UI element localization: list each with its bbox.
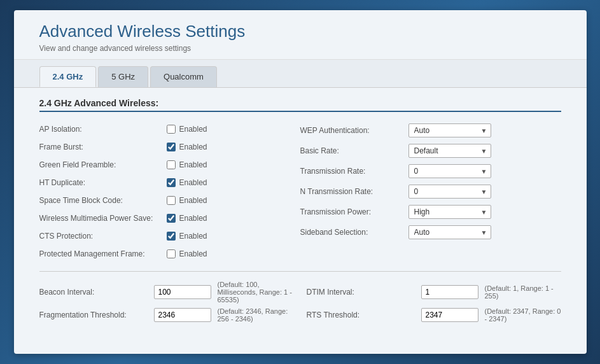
sideband-select-wrapper: Auto Upper Lower ▼	[408, 225, 491, 239]
dtim-interval-hint: (Default: 1, Range: 1 - 255)	[485, 284, 561, 300]
dtim-interval-label: DTIM Interval:	[307, 288, 415, 297]
right-column: WEP Authentication: Auto Open System Sha…	[300, 121, 561, 262]
tx-power-label: Transmission Power:	[300, 207, 408, 216]
cts-checkbox-wrapper: Enabled	[167, 232, 207, 241]
beacon-interval-hint: (Default: 100, Milliseconds, Range: 1 - …	[218, 281, 294, 304]
ht-duplicate-checkbox[interactable]	[167, 178, 176, 187]
n-tx-rate-label: N Transmission Rate:	[300, 187, 408, 196]
field-stbc: Space Time Block Code: Enabled	[39, 192, 300, 209]
ap-isolation-checkbox-wrapper: Enabled	[167, 125, 207, 134]
sideband-label: Sideband Selection:	[300, 228, 408, 237]
n-tx-rate-select-wrapper: 0 1 2 ▼	[408, 185, 491, 199]
ap-isolation-enabled: Enabled	[179, 125, 207, 134]
tx-rate-select-wrapper: 0 1 2 ▼	[408, 164, 491, 178]
field-wmps: Wireless Multimedia Power Save: Enabled	[39, 210, 300, 227]
pmf-enabled: Enabled	[179, 249, 207, 258]
basic-rate-label: Basic Rate:	[300, 146, 408, 155]
tab-qualcomm[interactable]: Qualcomm	[150, 66, 217, 87]
green-field-checkbox-wrapper: Enabled	[167, 160, 207, 169]
beacon-interval-row: Beacon Interval: (Default: 100, Millisec…	[39, 281, 294, 304]
pmf-checkbox[interactable]	[167, 249, 176, 258]
frame-burst-enabled: Enabled	[179, 143, 207, 151]
tx-power-select-wrapper: High Medium Low ▼	[408, 205, 491, 219]
beacon-interval-label: Beacon Interval:	[39, 288, 148, 297]
left-column: AP Isolation: Enabled Frame Burst: Enabl…	[39, 121, 300, 262]
settings-grid: AP Isolation: Enabled Frame Burst: Enabl…	[39, 121, 561, 262]
field-green-field: Green Field Preamble: Enabled	[39, 157, 300, 173]
wep-auth-select-wrapper: Auto Open System Shared Key ▼	[408, 123, 491, 137]
green-field-label: Green Field Preamble:	[39, 160, 167, 169]
wmps-label: Wireless Multimedia Power Save:	[39, 214, 167, 223]
green-field-checkbox[interactable]	[167, 160, 176, 169]
cts-enabled: Enabled	[179, 232, 207, 241]
field-tx-power: Transmission Power: High Medium Low ▼	[300, 202, 561, 221]
page-title: Advanced Wireless Settings	[39, 22, 561, 41]
ht-duplicate-checkbox-wrapper: Enabled	[167, 178, 207, 187]
basic-rate-select[interactable]: Default 1-2 Mbps All	[408, 144, 491, 158]
page-subtitle: View and change advanced wireless settin…	[39, 44, 561, 53]
field-ht-duplicate: HT Duplicate: Enabled	[39, 174, 300, 191]
n-tx-rate-select[interactable]: 0 1 2	[408, 185, 491, 199]
stbc-checkbox-wrapper: Enabled	[167, 196, 207, 205]
tab-2-4ghz[interactable]: 2.4 GHz	[39, 66, 97, 87]
tab-bar: 2.4 GHz 5 GHz Qualcomm	[14, 60, 587, 88]
stbc-enabled: Enabled	[179, 196, 207, 205]
stbc-label: Space Time Block Code:	[39, 196, 167, 205]
field-tx-rate: Transmission Rate: 0 1 2 ▼	[300, 162, 561, 181]
beacon-interval-input[interactable]	[154, 285, 211, 299]
ht-duplicate-enabled: Enabled	[179, 178, 207, 187]
rts-threshold-label: RTS Threshold:	[307, 311, 415, 319]
basic-rate-select-wrapper: Default 1-2 Mbps All ▼	[408, 144, 491, 158]
rts-threshold-hint: (Default: 2347, Range: 0 - 2347)	[485, 307, 561, 323]
field-n-tx-rate: N Transmission Rate: 0 1 2 ▼	[300, 182, 561, 201]
ht-duplicate-label: HT Duplicate:	[39, 178, 167, 187]
frag-threshold-label: Fragmentation Threshold:	[39, 311, 148, 319]
green-field-enabled: Enabled	[179, 160, 207, 169]
field-frame-burst: Frame Burst: Enabled	[39, 139, 300, 155]
wmps-checkbox[interactable]	[167, 214, 176, 223]
frame-burst-label: Frame Burst:	[39, 143, 167, 151]
frame-burst-checkbox-wrapper: Enabled	[167, 143, 207, 151]
main-card: Advanced Wireless Settings View and chan…	[14, 10, 587, 354]
input-fields-grid: Beacon Interval: (Default: 100, Millisec…	[39, 281, 561, 323]
section-title: 2.4 GHz Advanced Wireless:	[39, 98, 561, 112]
frag-threshold-input[interactable]	[154, 308, 211, 322]
tx-rate-label: Transmission Rate:	[300, 167, 408, 176]
content-area: 2.4 GHz Advanced Wireless: AP Isolation:…	[14, 88, 587, 333]
tx-rate-select[interactable]: 0 1 2	[408, 164, 491, 178]
rts-threshold-row: RTS Threshold: (Default: 2347, Range: 0 …	[307, 307, 561, 323]
wmps-checkbox-wrapper: Enabled	[167, 214, 207, 223]
divider	[39, 271, 561, 272]
frag-threshold-hint: (Default: 2346, Range: 256 - 2346)	[218, 307, 294, 323]
frag-threshold-row: Fragmentation Threshold: (Default: 2346,…	[39, 307, 294, 323]
frame-burst-checkbox[interactable]	[167, 143, 176, 151]
cts-checkbox[interactable]	[167, 232, 176, 241]
field-wep-auth: WEP Authentication: Auto Open System Sha…	[300, 121, 561, 140]
field-cts: CTS Protection: Enabled	[39, 228, 300, 244]
card-header: Advanced Wireless Settings View and chan…	[14, 10, 587, 60]
stbc-checkbox[interactable]	[167, 196, 176, 205]
wep-auth-label: WEP Authentication:	[300, 126, 408, 135]
field-sideband: Sideband Selection: Auto Upper Lower ▼	[300, 223, 561, 242]
tx-power-select[interactable]: High Medium Low	[408, 205, 491, 219]
dtim-interval-input[interactable]	[421, 285, 478, 299]
ap-isolation-checkbox[interactable]	[167, 125, 176, 134]
wmps-enabled: Enabled	[179, 214, 207, 223]
field-basic-rate: Basic Rate: Default 1-2 Mbps All ▼	[300, 141, 561, 160]
pmf-checkbox-wrapper: Enabled	[167, 249, 207, 258]
sideband-select[interactable]: Auto Upper Lower	[408, 225, 491, 239]
field-ap-isolation: AP Isolation: Enabled	[39, 121, 300, 137]
ap-isolation-label: AP Isolation:	[39, 125, 167, 134]
field-pmf: Protected Management Frame: Enabled	[39, 246, 300, 262]
wep-auth-select[interactable]: Auto Open System Shared Key	[408, 123, 491, 137]
tab-5ghz[interactable]: 5 GHz	[98, 66, 148, 87]
rts-threshold-input[interactable]	[421, 308, 478, 322]
dtim-interval-row: DTIM Interval: (Default: 1, Range: 1 - 2…	[307, 281, 561, 304]
pmf-label: Protected Management Frame:	[39, 249, 167, 258]
cts-label: CTS Protection:	[39, 232, 167, 241]
